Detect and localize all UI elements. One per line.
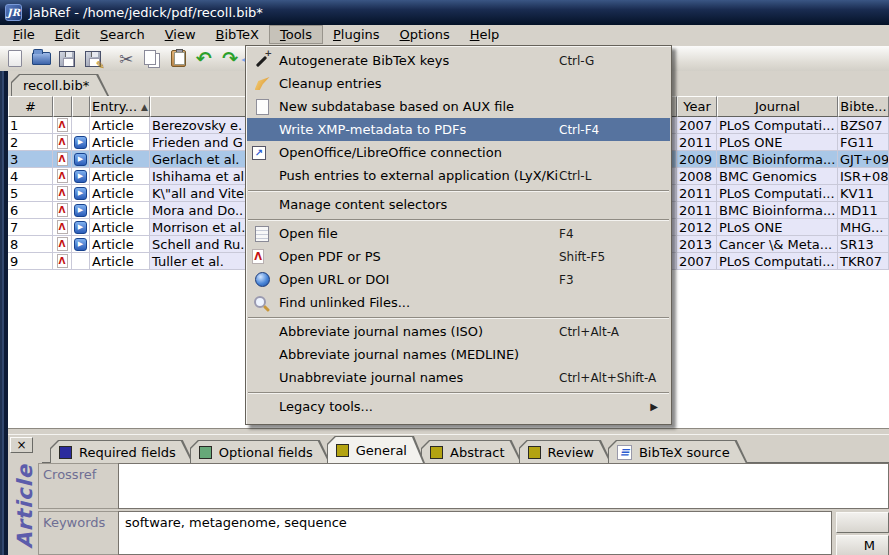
pdf-file-icon[interactable]: Λ xyxy=(57,237,68,251)
menu-item-label: Legacy tools... xyxy=(279,399,373,414)
cell-url: ▶ xyxy=(72,219,90,236)
column-header-bibte[interactable]: Bibte... xyxy=(838,96,889,117)
pdf-menu-icon: Λ xyxy=(252,249,264,264)
url-link-icon[interactable]: ▶ xyxy=(74,204,87,217)
close-editor-button[interactable]: × xyxy=(10,437,33,453)
pdf-file-icon[interactable]: Λ xyxy=(57,152,68,166)
cell-year: 2011 xyxy=(677,202,717,219)
column-header-year[interactable]: Year xyxy=(677,96,717,117)
menu-item-open-pdf-or-ps[interactable]: ΛOpen PDF or PSShift-F5 xyxy=(247,245,670,268)
tab-face: Review xyxy=(520,441,610,463)
paste-icon[interactable] xyxy=(167,48,189,70)
tab-required-fields[interactable]: Required fields xyxy=(50,440,194,463)
column-header-journal[interactable]: Journal xyxy=(717,96,838,117)
menu-item-new-subdatabase-based-on-aux-file[interactable]: New subdatabase based on AUX file xyxy=(247,95,670,118)
keywords-input[interactable]: software, metagenome, sequence xyxy=(118,511,832,555)
column-header-entry[interactable]: Entry...▲ xyxy=(90,96,150,117)
pdf-file-icon[interactable]: Λ xyxy=(57,118,68,132)
keywords-side-button-1[interactable] xyxy=(836,512,889,533)
url-link-icon[interactable]: ▶ xyxy=(74,136,87,149)
tab-color-square xyxy=(336,444,349,457)
pdf-file-icon[interactable]: Λ xyxy=(57,203,68,217)
tab-optional-fields[interactable]: Optional fields xyxy=(190,440,331,463)
cell-pdf: Λ xyxy=(53,236,72,253)
menubar-item-plugins[interactable]: Plugins xyxy=(323,25,390,44)
menu-item-abbreviate-journal-names-medline[interactable]: Abbreviate journal names (MEDLINE) xyxy=(247,343,670,366)
cell-bibtexkey: KV11 xyxy=(838,185,889,202)
menu-icon-spacer xyxy=(252,122,272,138)
pdf-file-icon[interactable]: Λ xyxy=(57,220,68,234)
cell-url: ▶ xyxy=(72,168,90,185)
column-header-icon[interactable] xyxy=(53,96,72,117)
menubar-item-edit[interactable]: Edit xyxy=(45,25,90,44)
tab-bibtex-source[interactable]: ≡BibTeX source xyxy=(608,440,748,463)
cell-pdf: Λ xyxy=(53,253,72,270)
menubar-item-help[interactable]: Help xyxy=(460,25,510,44)
menu-item-openoffice-libreoffice-connection[interactable]: ↗OpenOffice/LibreOffice connection xyxy=(247,141,670,164)
cell-num: 6 xyxy=(8,202,53,219)
cell-year: 2008 xyxy=(677,168,717,185)
cell-journal: PLoS Computati... xyxy=(717,117,838,134)
menu-item-abbreviate-journal-names-iso[interactable]: Abbreviate journal names (ISO)Ctrl+Alt-A xyxy=(247,320,670,343)
cell-bibtexkey: MD11 xyxy=(838,202,889,219)
tab-general[interactable]: General xyxy=(327,436,425,463)
copy-icon[interactable] xyxy=(141,48,163,70)
menu-item-write-xmp-metadata-to-pdfs[interactable]: Write XMP-metadata to PDFsCtrl-F4 xyxy=(247,118,670,141)
menu-item-manage-content-selectors[interactable]: Manage content selectors xyxy=(247,193,670,216)
cell-url: ▶ xyxy=(72,134,90,151)
pdf-file-icon[interactable]: Λ xyxy=(57,135,68,149)
cell-entrytype: Article xyxy=(90,253,150,270)
tab-review[interactable]: Review xyxy=(519,440,612,463)
menu-item-push-entries-to-external-application-lyx-kile[interactable]: Push entries to external application (Ly… xyxy=(247,164,670,187)
url-link-icon[interactable]: ▶ xyxy=(74,170,87,183)
menubar-item-file[interactable]: File xyxy=(3,25,45,44)
pdf-file-icon[interactable]: Λ xyxy=(57,186,68,200)
menu-item-open-url-or-doi[interactable]: Open URL or DOIF3 xyxy=(247,268,670,291)
menu-item-autogenerate-bibtex-keys[interactable]: Autogenerate BibTeX keysCtrl-G xyxy=(247,49,670,72)
column-header-[interactable]: # xyxy=(8,96,53,117)
cut-icon[interactable]: ✂ xyxy=(115,48,137,70)
column-header-icon[interactable] xyxy=(72,96,90,117)
database-tab-recoll[interactable]: recoll.bib* xyxy=(11,74,109,96)
cell-bibtexkey: GJT+09 xyxy=(838,151,889,168)
menu-item-unabbreviate-journal-names[interactable]: Unabbreviate journal namesCtrl+Alt+Shift… xyxy=(247,366,670,389)
crossref-input[interactable] xyxy=(118,463,889,509)
open-database-icon[interactable] xyxy=(30,48,52,70)
url-link-icon[interactable]: ▶ xyxy=(74,187,87,200)
save-as-icon[interactable]: ✎ xyxy=(82,48,104,70)
menu-icon-spacer xyxy=(252,324,272,340)
menu-icon-spacer xyxy=(252,399,272,415)
tab-color-square xyxy=(528,446,541,459)
title-bar[interactable]: JR JabRef - /home/jedick/pdf/recoll.bib* xyxy=(0,0,889,25)
pdf-file-icon[interactable]: Λ xyxy=(57,169,68,183)
menubar-item-bibtex[interactable]: BibTeX xyxy=(206,25,269,44)
cell-bibtexkey: MHG... xyxy=(838,219,889,236)
menubar-item-options[interactable]: Options xyxy=(390,25,460,44)
url-link-icon[interactable]: ▶ xyxy=(74,221,87,234)
cell-num: 3 xyxy=(8,151,53,168)
cell-num: 9 xyxy=(8,253,53,270)
menu-item-find-unlinked-files[interactable]: Find unlinked Files... xyxy=(247,291,670,314)
tab-face: Required fields xyxy=(51,441,192,463)
menu-item-open-file[interactable]: Open fileF4 xyxy=(247,222,670,245)
crossref-label: Crossref xyxy=(38,463,118,509)
folder-shape xyxy=(32,52,51,65)
app-icon: JR xyxy=(5,4,22,21)
menubar-item-search[interactable]: Search xyxy=(90,25,155,44)
menubar-item-tools[interactable]: Tools xyxy=(269,25,323,44)
url-link-icon[interactable]: ▶ xyxy=(74,238,87,251)
undo-icon[interactable]: ↶ xyxy=(193,48,215,70)
menubar-item-view[interactable]: View xyxy=(155,25,206,44)
pdf-file-icon[interactable]: Λ xyxy=(57,254,68,268)
menu-item-cleanup-entries[interactable]: Cleanup entries xyxy=(247,72,670,95)
save-database-icon[interactable] xyxy=(56,48,78,70)
new-database-icon[interactable] xyxy=(4,48,26,70)
keywords-side-button-2[interactable]: M xyxy=(836,535,889,555)
tab-abstract[interactable]: Abstract xyxy=(421,440,523,463)
tab-label: Review xyxy=(548,445,594,460)
tab-label: Abstract xyxy=(450,445,505,460)
tab-face: recoll.bib* xyxy=(12,75,107,96)
entry-type-text: Article xyxy=(13,464,37,549)
url-link-icon[interactable]: ▶ xyxy=(74,153,87,166)
menu-item-legacy-tools[interactable]: Legacy tools...▶ xyxy=(247,395,670,418)
